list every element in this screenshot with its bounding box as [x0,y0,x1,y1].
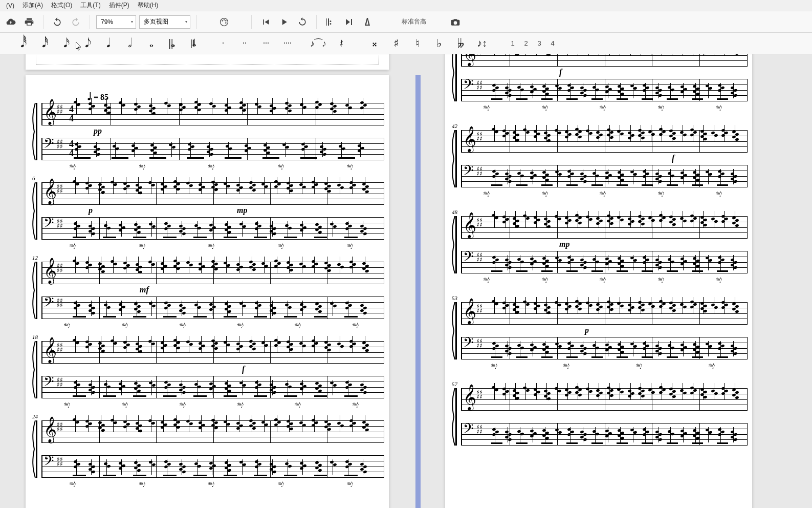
grand-staff[interactable]: 24𝄞♯♯♯♯𝄢♯♯♯♯𝆮𝅮.𝆮𝅮.𝆮𝅮.𝆮𝅮.𝆮𝅮. [36,420,384,478]
cloud-upload-icon [6,17,16,27]
undo-button[interactable] [50,14,65,30]
treble-staff[interactable]: 𝄞♯♯♯♯44 [41,103,384,125]
treble-staff[interactable]: 𝄞♯♯♯♯ [461,388,747,411]
treble-staff[interactable]: 𝄞♯♯♯♯ [41,341,384,364]
triple-dot-button[interactable]: ··· [257,34,275,53]
brace-icon [451,130,456,187]
tie-button[interactable]: ♪⁀♪ [309,34,327,53]
sharp-button[interactable]: ♯ [387,34,405,53]
metronome-button[interactable] [360,14,375,30]
zoom-combo[interactable]: 79% [96,15,136,29]
palette-icon [219,17,229,27]
screenshot-button[interactable] [448,14,463,30]
note-16th-button[interactable]: 𝅘𝅥𝅯 [54,34,73,53]
note-breve-button[interactable]: |𝅝| [162,34,180,53]
bass-staff[interactable]: 𝄢♯♯♯♯ [461,337,747,359]
grand-staff[interactable]: 48𝄞♯♯♯♯mp𝄢♯♯♯♯𝆮𝅮.𝆮𝅮.𝆮𝅮.𝆮𝅮.𝆮𝅮. [455,216,747,273]
note-8th-button[interactable]: 𝅘𝅥𝅮 [76,34,94,53]
loop-icon [297,17,308,27]
menu-tools[interactable]: 工具(T) [76,1,104,10]
grand-staff[interactable]: 53𝄞♯♯♯♯p𝄢♯♯♯♯𝆮𝅮.𝆮𝅮.𝆮𝅮.𝆮𝅮. [455,302,747,359]
rewind-start-button[interactable] [258,14,273,30]
pedal-markings: 𝆮𝅮.𝆮𝅮.𝆮𝅮.𝆮𝅮.𝆮𝅮.𝆮𝅮. [37,401,384,410]
bass-staff[interactable]: 𝄢♯♯♯♯ [461,165,747,187]
repeat-right-button[interactable] [341,14,357,30]
treble-staff[interactable]: 𝄞♯♯♯♯ [461,302,747,325]
bass-staff[interactable]: 𝄢♯♯♯♯ [41,297,384,319]
menu-format[interactable]: 格式(O) [47,1,76,10]
flat-icon: ♭ [436,37,442,50]
natural-button[interactable]: ♮ [408,34,427,53]
grand-staff[interactable]: 𝄞♯♯♯♯44pp𝄢♯♯♯♯44𝆮𝅮.𝆮𝅮.𝆮𝅮.𝆮𝅮.𝆮𝅮. [36,103,384,160]
breve-note-icon: |𝅝| [169,37,173,49]
treble-staff[interactable]: 𝄞♯♯♯♯ [41,182,384,205]
double-dot-icon: ·· [243,39,247,48]
double-sharp-button[interactable]: 𝄪 [365,34,384,53]
score-page-1[interactable]: = 85 𝄞♯♯♯♯44pp𝄢♯♯♯♯44𝆮𝅮.𝆮𝅮.𝆮𝅮.𝆮𝅮.𝆮𝅮.6𝄞♯♯… [26,75,389,508]
measure-number: 24 [32,413,38,419]
redo-button[interactable] [68,14,83,30]
treble-staff[interactable]: 𝄞♯♯♯♯ [461,54,747,67]
dot-button[interactable]: · [214,34,232,53]
note-longa-button[interactable]: |𝅝|𝅥 [183,34,202,53]
concert-pitch-label[interactable]: 标准音高 [397,17,431,26]
grand-staff[interactable]: 6𝄞♯♯♯♯pmp𝄢♯♯♯♯𝆮𝅮.𝆮𝅮.𝆮𝅮.𝆮𝅮.𝆮𝅮. [36,182,384,240]
prev-page-edge [26,54,389,70]
menu-help[interactable]: 帮助(H) [134,1,163,10]
repeat-left-button[interactable] [323,14,338,30]
flip-button[interactable]: ♪↕ [473,34,491,53]
bass-staff[interactable]: 𝄢♯♯♯♯ [461,423,747,446]
menu-add[interactable]: 添加(A) [18,1,47,10]
bass-staff[interactable]: 𝄢♯♯♯♯ [41,217,384,240]
voice-4-button[interactable]: 4 [547,39,558,47]
treble-staff[interactable]: 𝄞♯♯♯♯ [461,130,747,153]
bass-staff[interactable]: 𝄢♯♯♯♯ [461,79,747,101]
treble-staff[interactable]: 𝄞♯♯♯♯ [41,420,384,443]
brace-icon [31,103,36,160]
triple-dot-icon: ··· [263,39,269,48]
double-flat-button[interactable]: 𝄫 [451,34,470,53]
double-sharp-icon: 𝄪 [372,38,377,49]
grand-staff[interactable]: 12𝄞♯♯♯♯mf𝄢♯♯♯♯𝆮𝅮.𝆮𝅮.𝆮𝅮.𝆮𝅮.𝆮𝅮.𝆮𝅮. [36,262,384,319]
measure-number: 42 [452,123,457,129]
note-input-toolbar: 𝅘𝅥𝅱 𝅘𝅥𝅰 𝅘𝅥𝅯 𝅘𝅥𝅮 𝅘𝅥 𝅗𝅥 𝅝 |𝅝| |𝅝|𝅥 · ·· ··… [0,33,812,54]
cloud-upload-button[interactable] [3,14,18,30]
flat-button[interactable]: ♭ [430,34,448,53]
play-button[interactable] [276,14,292,30]
print-button[interactable] [21,14,37,30]
bass-staff[interactable]: 𝄢♯♯♯♯ [461,251,747,273]
grand-staff[interactable]: 18𝄞♯♯♯♯f𝄢♯♯♯♯𝆮𝅮.𝆮𝅮.𝆮𝅮.𝆮𝅮.𝆮𝅮.𝆮𝅮. [36,341,384,398]
menu-plugins[interactable]: 插件(P) [105,1,134,10]
menu-view[interactable]: (V) [2,2,18,9]
note-32nd-button[interactable]: 𝅘𝅥𝅰 [33,34,51,53]
treble-staff[interactable]: 𝄞♯♯♯♯ [41,262,384,284]
bass-staff[interactable]: 𝄢♯♯♯♯ [41,455,384,478]
score-canvas[interactable]: = 85 𝄞♯♯♯♯44pp𝄢♯♯♯♯44𝆮𝅮.𝆮𝅮.𝆮𝅮.𝆮𝅮.𝆮𝅮.6𝄞♯♯… [0,54,812,508]
grand-staff[interactable]: 57𝄞♯♯♯♯𝄢♯♯♯♯ [455,388,747,446]
grand-staff[interactable]: 𝄞♯♯♯♯f𝄢♯♯♯♯𝆮𝅮.𝆮𝅮.𝆮𝅮.𝆮𝅮.𝆮𝅮. [455,54,747,101]
brace-icon [31,262,36,319]
note-64th-button[interactable]: 𝅘𝅥𝅱 [11,34,30,53]
bass-staff[interactable]: 𝄢♯♯♯♯ [41,376,384,398]
quad-dot-icon: ···· [283,39,292,48]
score-page-2[interactable]: 𝄞♯♯♯♯f𝄢♯♯♯♯𝆮𝅮.𝆮𝅮.𝆮𝅮.𝆮𝅮.𝆮𝅮.42𝄞♯♯♯♯f𝄢♯♯♯♯𝆮… [445,54,752,508]
measure-number: 18 [32,334,38,340]
loop-button[interactable] [295,14,310,30]
voice-3-button[interactable]: 3 [534,39,544,47]
brace-icon [451,388,456,446]
measure-number: 53 [452,295,457,301]
note-half-button[interactable]: 𝅗𝅥 [119,34,137,53]
bass-staff[interactable]: 𝄢♯♯♯♯44 [41,138,384,160]
note-quarter-button[interactable]: 𝅘𝅥 [97,34,116,53]
note-whole-button[interactable]: 𝅝 [140,34,159,53]
treble-staff[interactable]: 𝄞♯♯♯♯ [461,216,747,239]
quad-dot-button[interactable]: ···· [278,34,297,53]
double-dot-button[interactable]: ·· [235,34,254,53]
main-toolbar: 79% 多页视图 标准音高 [0,11,812,33]
voice-2-button[interactable]: 2 [521,39,531,47]
voice-1-button[interactable]: 1 [508,39,518,47]
view-mode-combo[interactable]: 多页视图 [139,15,190,29]
rest-button[interactable]: 𝄽 [331,34,349,53]
grand-staff[interactable]: 42𝄞♯♯♯♯f𝄢♯♯♯♯𝆮𝅮.𝆮𝅮.𝆮𝅮.𝆮𝅮.𝆮𝅮. [455,130,747,187]
mixer-button[interactable] [216,14,232,30]
